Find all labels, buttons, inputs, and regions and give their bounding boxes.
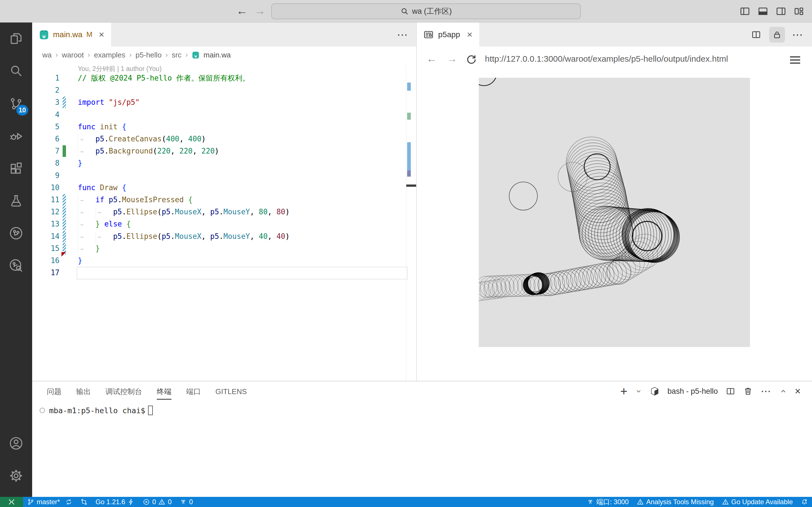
maximize-panel-chevron-icon[interactable] [779, 388, 787, 395]
overview-ruler[interactable] [406, 63, 416, 381]
gutter-modified-indicator[interactable] [63, 97, 66, 108]
tab-close-icon[interactable]: × [467, 29, 472, 40]
current-line-highlight [77, 267, 408, 279]
split-terminal-icon[interactable] [726, 386, 735, 396]
terminal-dropdown-chevron-icon[interactable] [635, 388, 642, 395]
source-control-icon[interactable]: 10 [0, 88, 32, 120]
webview-more-actions-icon[interactable]: ⋯ [790, 27, 806, 43]
editor-more-actions-icon[interactable]: ⋯ [397, 22, 409, 47]
remote-indicator[interactable] [0, 497, 23, 507]
toggle-panel-icon[interactable] [757, 6, 769, 17]
history-forward-icon[interactable]: → [254, 4, 266, 17]
browser-back-icon[interactable]: ← [426, 53, 437, 65]
p5-sketch-canvas[interactable] [479, 78, 750, 347]
command-decoration-icon [40, 407, 45, 413]
tab-p5app[interactable]: p5app × [417, 22, 479, 47]
code-text: func init { [78, 121, 126, 133]
gutter-deleted-indicator[interactable] [61, 252, 66, 257]
panel-tab-terminal[interactable]: 终端 [157, 387, 171, 400]
close-panel-icon[interactable]: × [795, 385, 801, 397]
accounts-icon[interactable] [0, 427, 32, 459]
toggle-primary-sidebar-icon[interactable] [739, 6, 751, 17]
gutter-modified-indicator[interactable] [63, 194, 66, 206]
panel-tab-output[interactable]: 输出 [76, 387, 91, 397]
code-line[interactable]: 14→→p5.Ellipse(p5.MouseX, p5.MouseY, 40,… [32, 230, 416, 242]
menu-icon[interactable] [790, 54, 800, 66]
code-line[interactable]: 3import "js/p5" [32, 96, 416, 108]
ruler-cursor-marker [406, 184, 416, 187]
browser-forward-icon[interactable]: → [447, 53, 457, 65]
code-line[interactable]: 1// 版权 @2024 P5-hello 作者。保留所有权利。 [32, 72, 416, 84]
tab-close-icon[interactable]: × [99, 29, 104, 40]
lock-icon[interactable] [769, 27, 785, 43]
code-line[interactable]: 9 [32, 170, 416, 182]
breadcrumb-item[interactable]: examples [94, 51, 125, 59]
code-line[interactable]: 6→p5.CreateCanvas(400, 400) [32, 133, 416, 145]
bash-terminal-icon: $ [650, 386, 659, 396]
panel-tab-debug-console[interactable]: 调试控制台 [105, 387, 142, 397]
explorer-icon[interactable] [0, 22, 32, 55]
breadcrumb-separator: › [130, 51, 132, 59]
kill-terminal-trash-icon[interactable] [743, 386, 753, 396]
testing-icon[interactable] [0, 185, 32, 217]
status-bar: master* Go 1.21.6 0 0 0 端口: 3000 Analysi… [0, 497, 812, 507]
code-line[interactable]: 2 [32, 84, 416, 96]
panel-tab-gitlens[interactable]: GITLENS [215, 387, 247, 396]
run-debug-icon[interactable] [0, 120, 32, 152]
terminal-instance-label[interactable]: bash - p5-hello [667, 387, 718, 396]
code-line[interactable]: 10func Draw { [32, 182, 416, 194]
breadcrumb-item[interactable]: waroot [62, 51, 84, 59]
git-branch-status[interactable]: master* [23, 497, 77, 507]
url-text[interactable]: http://127.0.0.1:3000/waroot/examples/p5… [485, 54, 728, 64]
breadcrumb-item[interactable]: p5-hello [136, 51, 162, 59]
warning-count: 0 [168, 498, 171, 506]
code-editor[interactable]: You, 2分钟前 | 1 author (You) 1// 版权 @2024 … [32, 63, 416, 381]
gitlens-inspect-icon[interactable] [0, 249, 32, 282]
toggle-secondary-sidebar-icon[interactable] [775, 6, 786, 17]
search-icon[interactable] [0, 55, 32, 87]
tab-whitespace-icon: → [78, 231, 96, 243]
analysis-tools-status[interactable]: Analysis Tools Missing [633, 497, 718, 507]
gutter-modified-indicator[interactable] [63, 206, 66, 218]
extensions-icon[interactable] [0, 153, 32, 185]
panel-tab-problems[interactable]: 问题 [47, 387, 61, 397]
gutter-modified-indicator[interactable] [63, 231, 66, 242]
code-line[interactable]: 5func init { [32, 121, 416, 133]
tab-main-wa[interactable]: w main.wa M × [32, 22, 111, 47]
git-compare-status[interactable] [77, 497, 92, 507]
code-line[interactable]: 8} [32, 157, 416, 169]
go-version-status[interactable]: Go 1.21.6 [92, 497, 139, 507]
new-terminal-icon[interactable]: + [620, 386, 627, 396]
gutter-added-indicator[interactable] [63, 145, 66, 157]
terminal-content[interactable]: mba-m1:p5-hello chai$ [40, 406, 153, 415]
breadcrumb-item-file[interactable]: main.wa [204, 51, 231, 59]
panel-more-actions-icon[interactable]: ⋯ [761, 385, 772, 397]
line-number: 7 [32, 145, 59, 157]
gitlens-icon[interactable] [0, 217, 32, 249]
go-update-status[interactable]: Go Update Available [718, 497, 797, 507]
code-line[interactable]: 12→→p5.Ellipse(p5.MouseX, p5.MouseY, 80,… [32, 206, 416, 218]
reload-icon[interactable] [457, 53, 477, 64]
customize-layout-icon[interactable] [794, 6, 805, 17]
code-text: →→p5.Ellipse(p5.MouseX, p5.MouseY, 40, 4… [78, 230, 290, 243]
command-center-search[interactable]: wa (工作区) [271, 3, 581, 19]
panel-tab-ports[interactable]: 端口 [186, 387, 201, 397]
tab-filename: main.wa [53, 30, 82, 39]
code-line[interactable]: 15→} [32, 242, 416, 255]
feedback-status[interactable]: 0 [175, 497, 197, 507]
problems-status[interactable]: 0 0 [139, 497, 175, 507]
breadcrumb-item[interactable]: src [172, 51, 182, 59]
code-line[interactable]: 11→if p5.MouseIsPressed { [32, 194, 416, 206]
breadcrumb-item[interactable]: wa [42, 51, 52, 59]
notifications-status[interactable] [797, 497, 812, 507]
port-status[interactable]: 端口: 3000 [583, 497, 633, 507]
split-editor-icon[interactable] [748, 27, 764, 43]
code-line[interactable]: 16} [32, 255, 416, 267]
code-line[interactable]: 7→p5.Background(220, 220, 220) [32, 145, 416, 157]
history-back-icon[interactable]: ← [236, 4, 248, 17]
code-line[interactable]: 13→} else { [32, 218, 416, 230]
settings-gear-icon[interactable] [0, 460, 32, 492]
line-number: 3 [32, 96, 59, 108]
code-line[interactable]: 4 [32, 109, 416, 121]
gutter-modified-indicator[interactable] [63, 218, 66, 230]
